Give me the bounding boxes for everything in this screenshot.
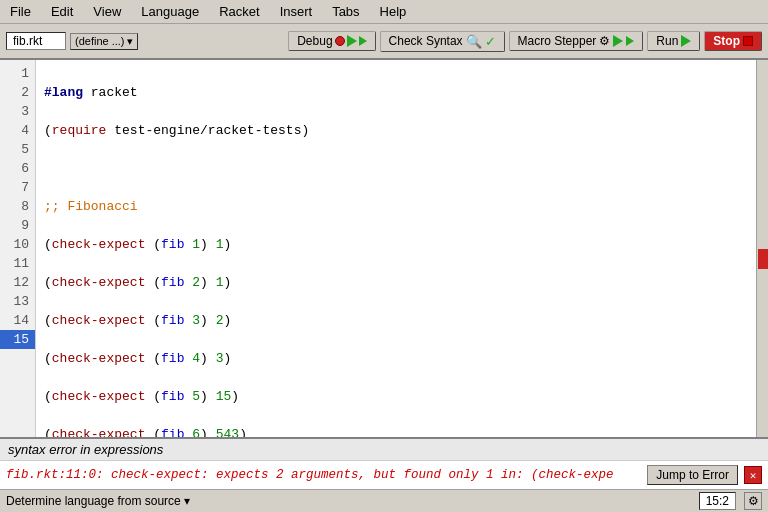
line-6: (check-expect (fib 2) 1) [44, 273, 748, 292]
menu-insert[interactable]: Insert [274, 2, 319, 21]
stop-button[interactable]: Stop [704, 31, 762, 51]
scroll-thumb[interactable] [758, 249, 768, 269]
scrollbar[interactable] [756, 60, 768, 437]
menu-view[interactable]: View [87, 2, 127, 21]
menu-help[interactable]: Help [374, 2, 413, 21]
menubar: File Edit View Language Racket Insert Ta… [0, 0, 768, 24]
macro-play2-icon [626, 36, 634, 46]
cursor-position: 15:2 [699, 492, 736, 510]
check-syntax-label: Check Syntax [389, 34, 463, 48]
statusbar: Determine language from source ▾ 15:2 ⚙ [0, 489, 768, 512]
debug-dot-icon [335, 36, 345, 46]
macro-play-icon [613, 35, 623, 47]
line-5: (check-expect (fib 1) 1) [44, 235, 748, 254]
line-7: (check-expect (fib 3) 2) [44, 311, 748, 330]
jump-to-error-button[interactable]: Jump to Error [647, 465, 738, 485]
run-button[interactable]: Run [647, 31, 700, 51]
debug-play-icon [347, 35, 357, 47]
menu-language[interactable]: Language [135, 2, 205, 21]
close-error-button[interactable]: ✕ [744, 466, 762, 484]
code-editor[interactable]: 12345 678910 1112131415 #lang racket (re… [0, 60, 768, 437]
menu-file[interactable]: File [4, 2, 37, 21]
run-label: Run [656, 34, 678, 48]
define-dropdown[interactable]: (define ...) ▾ [70, 33, 138, 50]
debug-play2-icon [359, 36, 367, 46]
chevron-down-icon: ▾ [184, 494, 190, 508]
gear-icon: ⚙ [748, 494, 759, 508]
check-icon: ✓ [485, 34, 496, 49]
error-content: fib.rkt:11:0: check-expect: expects 2 ar… [0, 461, 768, 489]
error-text: fib.rkt:11:0: check-expect: expects 2 ar… [6, 468, 641, 482]
macro-stepper-button[interactable]: Macro Stepper ⚙ [509, 31, 644, 51]
debug-button[interactable]: Debug [288, 31, 375, 51]
stop-label: Stop [713, 34, 740, 48]
line-2: (require test-engine/racket-tests) [44, 121, 748, 140]
filename-label: fib.rkt [6, 32, 66, 50]
code-area: 12345 678910 1112131415 #lang racket (re… [0, 60, 768, 489]
line-9: (check-expect (fib 5) 15) [44, 387, 748, 406]
macro-icon: ⚙ [599, 34, 610, 48]
run-play-icon [681, 35, 691, 47]
error-panel: syntax error in expressions fib.rkt:11:0… [0, 437, 768, 489]
line-1: #lang racket [44, 83, 748, 102]
line-8: (check-expect (fib 4) 3) [44, 349, 748, 368]
line-3 [44, 159, 748, 178]
stop-icon [743, 36, 753, 46]
menu-tabs[interactable]: Tabs [326, 2, 365, 21]
search-icon: 🔍 [466, 34, 482, 49]
macro-stepper-label: Macro Stepper [518, 34, 597, 48]
line-4: ;; Fibonacci [44, 197, 748, 216]
code-content[interactable]: #lang racket (require test-engine/racket… [36, 60, 756, 437]
check-syntax-button[interactable]: Check Syntax 🔍 ✓ [380, 31, 505, 52]
line-10: (check-expect (fib 6) 543) [44, 425, 748, 437]
language-dropdown[interactable]: Determine language from source ▾ [6, 494, 190, 508]
line-numbers: 12345 678910 1112131415 [0, 60, 36, 437]
error-header: syntax error in expressions [0, 439, 768, 461]
debug-label: Debug [297, 34, 332, 48]
menu-edit[interactable]: Edit [45, 2, 79, 21]
settings-icon[interactable]: ⚙ [744, 492, 762, 510]
language-label: Determine language from source [6, 494, 181, 508]
menu-racket[interactable]: Racket [213, 2, 265, 21]
toolbar: fib.rkt (define ...) ▾ Debug Check Synta… [0, 24, 768, 60]
